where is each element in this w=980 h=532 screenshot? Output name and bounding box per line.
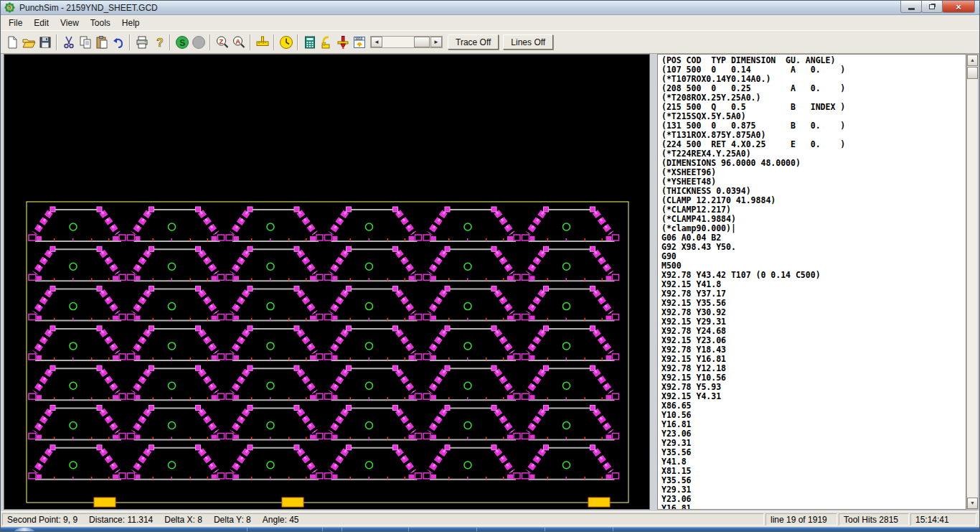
nested-part bbox=[522, 286, 619, 321]
drawing-canvas[interactable] bbox=[4, 54, 650, 510]
nested-part bbox=[226, 445, 323, 480]
punchsim-window: 5 PunchSim - 2159YND_SHEET.GCD × FileEdi… bbox=[0, 0, 980, 532]
trace-toggle-button[interactable]: Trace Off bbox=[448, 34, 499, 50]
nested-part bbox=[128, 365, 225, 400]
binary-view-button[interactable]: 1010 bbox=[351, 34, 367, 50]
zoom-all-icon: A bbox=[232, 35, 246, 50]
window-title: PunchSim - 2159YND_SHEET.GCD bbox=[19, 3, 158, 13]
new-file-icon bbox=[5, 35, 19, 50]
nested-part bbox=[128, 207, 225, 241]
status-field: Second Point: 9, 9 bbox=[7, 515, 77, 525]
sheet-clamp bbox=[588, 498, 610, 507]
nested-part bbox=[423, 326, 520, 360]
cut-button[interactable] bbox=[60, 34, 77, 50]
nested-part bbox=[226, 246, 323, 281]
scroll-right-icon[interactable]: ► bbox=[430, 37, 442, 47]
ruler-icon bbox=[255, 35, 270, 50]
gcode-line: X81.15 bbox=[661, 467, 966, 476]
nested-part bbox=[325, 326, 422, 360]
minimize-button[interactable] bbox=[900, 1, 922, 13]
gcode-panel[interactable]: (POS COD TYP DIMENSION GU. ANGLE)(107 50… bbox=[657, 54, 966, 510]
zoom-window-icon: Z bbox=[215, 35, 230, 50]
nested-part bbox=[128, 445, 225, 480]
status-field: Distance: 11.314 bbox=[89, 515, 153, 525]
run-sim-button[interactable]: S bbox=[174, 34, 190, 50]
gcode-line: Y23.06 bbox=[661, 495, 966, 504]
menu-tools[interactable]: Tools bbox=[85, 17, 116, 29]
paste-icon bbox=[95, 35, 109, 50]
code-scrollbar[interactable]: ▲ ▼ bbox=[966, 54, 979, 510]
auto-step-button[interactable] bbox=[318, 34, 334, 50]
toolbar-separator bbox=[297, 34, 298, 50]
open-folder-icon bbox=[22, 35, 36, 50]
svg-text:1010: 1010 bbox=[355, 37, 363, 40]
calculator-button[interactable] bbox=[301, 34, 318, 50]
gcode-line: Y10.56 bbox=[661, 411, 966, 420]
nested-part bbox=[423, 406, 520, 440]
nested-part bbox=[325, 286, 422, 321]
toolbar-separator bbox=[209, 34, 211, 50]
binary-view-icon: 1010 bbox=[352, 35, 367, 50]
nested-part bbox=[29, 326, 126, 360]
nested-part bbox=[29, 207, 126, 241]
zoom-scrollbar-thumb[interactable] bbox=[414, 37, 430, 47]
menu-edit[interactable]: Edit bbox=[28, 17, 55, 29]
print-icon bbox=[135, 35, 149, 50]
status-tool-hits: Tool Hits 2815 bbox=[839, 513, 909, 526]
code-scrollbar-thumb[interactable] bbox=[967, 67, 978, 79]
zoom-scrollbar[interactable]: ◄ ► bbox=[370, 36, 443, 48]
paste-button[interactable] bbox=[93, 34, 110, 50]
zoom-window-button[interactable]: Z bbox=[214, 34, 230, 50]
status-field: Delta Y: 8 bbox=[214, 515, 251, 525]
status-clock: 15:14:41 bbox=[910, 513, 976, 526]
nested-part bbox=[423, 207, 520, 241]
print-button[interactable] bbox=[133, 34, 150, 50]
nested-part bbox=[128, 326, 225, 360]
close-button[interactable]: × bbox=[942, 1, 975, 13]
status-line-info: line 19 of 1919 bbox=[765, 513, 837, 526]
nested-part bbox=[423, 365, 520, 400]
svg-text:5: 5 bbox=[8, 4, 11, 11]
zoom-all-button[interactable]: A bbox=[230, 34, 247, 50]
copy-button[interactable] bbox=[77, 34, 93, 50]
nested-part bbox=[522, 445, 619, 480]
punch-tool-button[interactable] bbox=[334, 34, 351, 50]
panel-splitter[interactable] bbox=[650, 54, 657, 511]
scroll-down-icon[interactable]: ▼ bbox=[967, 498, 978, 509]
cut-icon bbox=[62, 35, 76, 50]
gcode-line: Y35.56 bbox=[661, 448, 966, 457]
save-button[interactable] bbox=[37, 34, 53, 50]
clock-button[interactable] bbox=[278, 34, 294, 50]
sheet-clamp bbox=[282, 498, 303, 507]
ruler-button[interactable] bbox=[254, 34, 270, 50]
restore-button[interactable] bbox=[921, 1, 943, 13]
nested-part bbox=[423, 445, 520, 480]
help-button[interactable]: ? bbox=[150, 34, 166, 50]
scroll-up-icon[interactable]: ▲ bbox=[967, 55, 978, 66]
status-field: Delta X: 8 bbox=[164, 515, 202, 525]
zoom-scrollbar-track[interactable] bbox=[382, 37, 430, 47]
menu-bar: FileEditViewToolsHelp bbox=[1, 15, 979, 30]
stop-sim-button[interactable] bbox=[190, 34, 207, 50]
scroll-left-icon[interactable]: ◄ bbox=[371, 37, 382, 47]
open-folder-button[interactable] bbox=[20, 34, 37, 50]
start-orb[interactable] bbox=[14, 528, 35, 532]
help-icon: ? bbox=[151, 35, 166, 50]
nested-part bbox=[325, 207, 422, 241]
windows-taskbar[interactable] bbox=[1, 527, 979, 532]
menu-file[interactable]: File bbox=[3, 17, 28, 29]
clock-icon bbox=[279, 35, 293, 50]
nested-part bbox=[128, 246, 225, 281]
nested-part bbox=[226, 406, 323, 440]
gcode-line: Y35.56 bbox=[661, 476, 966, 485]
punch-tool-icon bbox=[336, 35, 350, 50]
calculator-icon bbox=[303, 35, 317, 50]
new-file-button[interactable] bbox=[4, 34, 20, 50]
undo-button[interactable] bbox=[110, 34, 126, 50]
menu-view[interactable]: View bbox=[55, 17, 85, 29]
nested-part bbox=[29, 286, 126, 321]
nested-part bbox=[29, 246, 126, 281]
lines-toggle-button[interactable]: Lines Off bbox=[503, 34, 553, 50]
svg-text:S: S bbox=[179, 37, 185, 47]
menu-help[interactable]: Help bbox=[116, 17, 146, 29]
